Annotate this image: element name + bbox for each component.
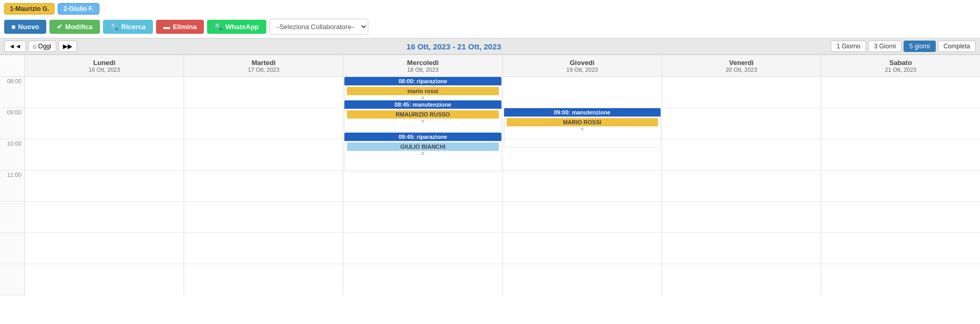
user-tab[interactable]: 2-Giulio F. <box>58 3 99 15</box>
time-slot: 11:00 <box>0 171 24 202</box>
hour-cell <box>662 108 821 139</box>
hour-cell <box>821 202 980 233</box>
day-column: 09:00: manutenzioneMARIO ROSSI= <box>503 77 662 295</box>
hour-cell <box>184 233 343 264</box>
day-rows: 08:00: riparazionemario rossi=08:45: man… <box>25 77 980 295</box>
hour-cell <box>503 233 662 264</box>
event[interactable]: 08:45: manutenzioneRMAURIZIO RUSSO= <box>344 100 501 134</box>
day-column <box>184 77 343 295</box>
hour-cell <box>662 77 821 108</box>
hour-cell <box>343 202 502 233</box>
ricerca-button[interactable]: 🔍 Ricerca <box>103 20 153 34</box>
hour-cell <box>503 202 662 233</box>
day-header: Martedì17 Ott, 2023 <box>184 55 343 76</box>
event-person: GIULIO BIANCHI <box>347 142 498 151</box>
toolbar: ■ Nuovo ✔ Modifica 🔍 Ricerca ▬ Elimina 🔍… <box>0 17 980 38</box>
day-header: Mercoledì18 Ott, 2023 <box>343 55 502 76</box>
hour-cell <box>821 108 980 139</box>
view-btn-5-giorni[interactable]: 5 giorni <box>904 41 935 52</box>
day-column: 08:00: riparazionemario rossi=08:45: man… <box>343 77 502 295</box>
next-button[interactable]: ▶▶ <box>58 41 77 52</box>
today-button[interactable]: ⌂ Oggi <box>28 41 56 52</box>
nav-left: ◄◄ ⌂ Oggi ▶▶ <box>4 41 77 52</box>
day-header: Lunedì16 Ott, 2023 <box>25 55 184 76</box>
time-slot: 08:00 <box>0 77 24 108</box>
hour-cell <box>662 139 821 171</box>
view-btn-1-giorno[interactable]: 1 Giorno <box>831 41 866 52</box>
event-expand-icon: = <box>347 119 498 124</box>
hour-cell <box>25 139 184 171</box>
elimina-button[interactable]: ▬ Elimina <box>156 20 204 34</box>
day-header: Sabato21 Ott, 2023 <box>821 55 980 76</box>
hour-cell <box>821 139 980 171</box>
hour-cell <box>25 108 184 139</box>
event-body: GIULIO BIANCHI= <box>344 141 501 172</box>
event[interactable]: 09:45: riparazioneGIULIO BIANCHI= <box>344 133 501 174</box>
event-body: MARIO ROSSI= <box>504 116 661 148</box>
plus-icon: ■ <box>11 23 16 31</box>
trash-icon: ▬ <box>163 23 170 31</box>
hour-cell <box>25 202 184 233</box>
event-title: 08:45: manutenzione <box>344 100 501 109</box>
event-expand-icon: = <box>347 151 498 157</box>
collaboratore-select[interactable]: -Seleziona Collaboratore- <box>269 19 368 35</box>
calendar-wrapper: 08:0009:0010:0011:00 Lunedì16 Ott, 2023M… <box>0 55 980 295</box>
hour-cell <box>662 171 821 202</box>
day-header: Giovedì19 Ott, 2023 <box>503 55 662 76</box>
time-column: 08:0009:0010:0011:00 <box>0 55 25 295</box>
check-icon: ✔ <box>57 23 62 31</box>
event-person: RMAURIZIO RUSSO <box>347 110 498 119</box>
hour-cell <box>821 233 980 264</box>
hour-cell <box>184 202 343 233</box>
nav-bar: ◄◄ ⌂ Oggi ▶▶ 16 Ott, 2023 - 21 Ott, 2023… <box>0 38 980 55</box>
nav-right: 1 Giorno3 Giorni5 giorniCompleta <box>831 41 976 52</box>
whatsapp-button[interactable]: 🔍 WhatsApp <box>207 20 266 34</box>
user-tab[interactable]: 1-Maurizio G. <box>4 3 55 15</box>
hour-cell <box>821 171 980 202</box>
day-column <box>821 77 980 295</box>
time-slot: 10:00 <box>0 139 24 171</box>
day-headers-row: Lunedì16 Ott, 2023Martedì17 Ott, 2023Mer… <box>25 55 980 77</box>
event-expand-icon: = <box>507 126 658 132</box>
nav-title: 16 Ott, 2023 - 21 Ott, 2023 <box>77 42 831 51</box>
hour-cell <box>25 233 184 264</box>
modifica-button[interactable]: ✔ Modifica <box>49 20 100 34</box>
event-title: 09:45: riparazione <box>344 133 501 141</box>
hour-cell <box>25 77 184 108</box>
hour-cell <box>184 139 343 171</box>
hour-cell <box>503 171 662 202</box>
time-slot-empty <box>0 202 24 233</box>
hour-cell <box>343 233 502 264</box>
whatsapp-icon: 🔍 <box>214 23 223 31</box>
hour-cell <box>184 77 343 108</box>
hour-cell <box>662 233 821 264</box>
hour-cell <box>184 171 343 202</box>
event-title: 09:00: manutenzione <box>504 108 661 116</box>
hour-cell <box>184 108 343 139</box>
search-icon: 🔍 <box>110 23 119 31</box>
time-slot: 09:00 <box>0 108 24 139</box>
time-slot-empty <box>0 233 24 264</box>
hour-cell <box>662 202 821 233</box>
day-column <box>25 77 184 295</box>
event-title: 08:00: riparazione <box>344 77 501 85</box>
days-area: Lunedì16 Ott, 2023Martedì17 Ott, 2023Mer… <box>25 55 980 295</box>
event-body: RMAURIZIO RUSSO= <box>344 109 501 132</box>
nuovo-button[interactable]: ■ Nuovo <box>4 20 46 34</box>
view-btn-3-giorni[interactable]: 3 Giorni <box>868 41 901 52</box>
hour-cell <box>503 77 662 108</box>
time-slot-empty <box>0 264 24 295</box>
hour-cell <box>343 171 502 202</box>
view-btn-completa[interactable]: Completa <box>938 41 976 52</box>
hour-cell <box>25 171 184 202</box>
prev-button[interactable]: ◄◄ <box>4 41 26 52</box>
day-column <box>662 77 821 295</box>
user-tabs-bar: 1-Maurizio G.2-Giulio F. <box>0 0 980 17</box>
hour-cell <box>821 77 980 108</box>
day-header: Venerdì20 Ott, 2023 <box>662 55 821 76</box>
event[interactable]: 09:00: manutenzioneMARIO ROSSI= <box>504 108 661 150</box>
event-person: mario rossi <box>347 87 498 95</box>
event-person: MARIO ROSSI <box>507 118 658 126</box>
